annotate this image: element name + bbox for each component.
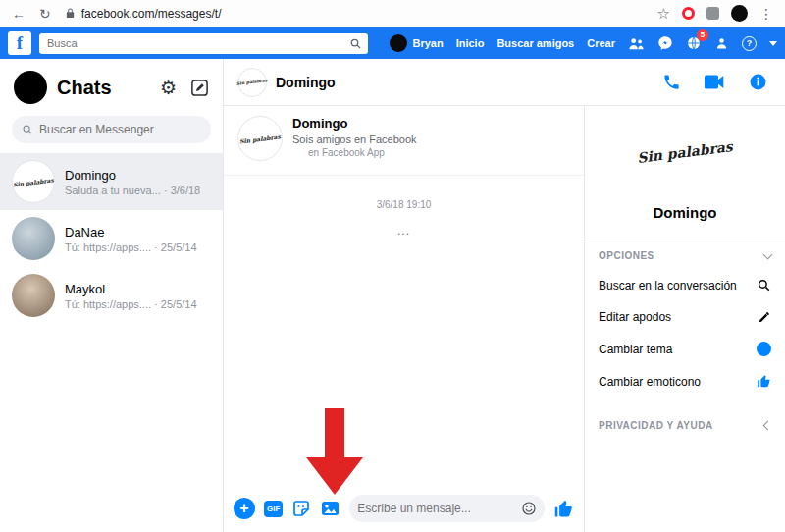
message-text: ... (224, 224, 584, 238)
profile-name: Bryan (412, 37, 443, 49)
messages-area: Sin palabras Domingo Sois amigos en Face… (224, 106, 584, 532)
extension-red-icon[interactable] (682, 7, 695, 20)
browser-toolbar-right: ☆ ⋮ (657, 5, 773, 22)
annotation-arrow (306, 408, 363, 495)
message-timestamp: 3/6/18 19:10 (224, 199, 584, 210)
option-change-emoji[interactable]: Cambiar emoticono (585, 365, 785, 398)
profile-link[interactable]: Bryan (390, 34, 443, 52)
bookmark-star-icon[interactable]: ☆ (657, 6, 670, 21)
chat-preview: Saluda a tu nueva... · 3/6/18 (65, 185, 200, 196)
sticker-icon[interactable] (291, 499, 311, 518)
chats-actions: ⚙ (160, 79, 209, 97)
chat-preview: Tú: https://apps.... · 25/5/14 (65, 241, 197, 253)
search-icon[interactable] (349, 37, 362, 50)
chat-texts: Maykol Tú: https://apps.... · 25/5/14 (65, 282, 197, 310)
chat-texts: DaNae Tú: https://apps.... · 25/5/14 (65, 225, 197, 253)
notifications-icon[interactable]: 5 (686, 35, 702, 51)
intro-app-line: en Facebook App (292, 147, 417, 158)
message-input[interactable] (357, 502, 521, 515)
chat-name: Maykol (65, 282, 197, 296)
intro-friends-line: Sois amigos en Facebook (292, 133, 417, 145)
nav-create-link[interactable]: Crear (587, 37, 615, 49)
profile-avatar (390, 34, 407, 52)
back-icon[interactable]: ← (12, 7, 26, 21)
facebook-search-input[interactable] (39, 37, 349, 49)
info-icon[interactable] (749, 73, 767, 91)
help-icon[interactable]: ? (742, 36, 757, 51)
option-edit-nicknames[interactable]: Editar apodos (585, 301, 785, 333)
details-sidebar: Sin palabras Domingo OPCIONES Buscar en … (584, 106, 785, 532)
facebook-navbar: f Bryan Inicio Buscar amigos Crear 5 (0, 27, 785, 59)
theme-color-icon (757, 342, 771, 356)
conversation-intro: Sin palabras Domingo Sois amigos en Face… (224, 106, 584, 176)
pencil-icon (758, 310, 771, 324)
facebook-search (39, 33, 368, 54)
options-section-toggle[interactable]: OPCIONES (585, 239, 785, 269)
chat-avatar: Sin palabras (12, 160, 55, 203)
browser-chrome: ← ↻ facebook.com/messages/t/ ☆ ⋮ (0, 0, 785, 27)
account-menu-caret-icon[interactable] (769, 41, 777, 46)
conversation-panel: Sin palabras Domingo Sin palabras Doming… (224, 59, 785, 532)
screen: ← ↻ facebook.com/messages/t/ ☆ ⋮ f Bryan… (0, 0, 785, 532)
conversation-header: Sin palabras Domingo (224, 59, 785, 106)
conversation-body: Sin palabras Domingo Sois amigos en Face… (224, 106, 785, 532)
friend-requests-icon[interactable] (628, 36, 645, 51)
refresh-icon[interactable]: ↻ (39, 7, 51, 21)
like-icon[interactable] (553, 499, 574, 519)
new-message-icon[interactable] (190, 79, 209, 97)
add-attachment-icon[interactable]: + (234, 498, 255, 519)
nav-find-friends-link[interactable]: Buscar amigos (497, 37, 574, 49)
user-avatar[interactable] (14, 71, 47, 104)
browser-profile-avatar[interactable] (731, 5, 748, 22)
settings-gear-icon[interactable]: ⚙ (160, 79, 177, 97)
privacy-section-toggle[interactable]: PRIVACIDAD Y AYUDA (585, 409, 785, 439)
chat-list-item-maykol[interactable]: Maykol Tú: https://apps.... · 25/5/14 (0, 267, 223, 324)
chats-header: Chats ⚙ (0, 59, 223, 112)
chat-avatar (12, 217, 55, 260)
message-composer: + GIF (224, 487, 584, 532)
option-label: Cambiar emoticono (599, 375, 701, 389)
address-bar[interactable]: facebook.com/messages/t/ (65, 7, 644, 21)
shortcuts-icon[interactable] (714, 36, 729, 51)
option-change-theme[interactable]: Cambiar tema (585, 333, 785, 365)
image-upload-icon[interactable] (320, 499, 340, 518)
chat-list-item-danae[interactable]: DaNae Tú: https://apps.... · 25/5/14 (0, 210, 223, 267)
message-input-wrap (349, 495, 545, 522)
facebook-logo[interactable]: f (8, 31, 31, 55)
conversation-avatar: Sin palabras (237, 68, 267, 97)
video-call-icon[interactable] (705, 75, 725, 89)
chat-list-item-domingo[interactable]: Sin palabras Domingo Saluda a tu nueva..… (0, 153, 223, 210)
chats-sidebar: Chats ⚙ Sin palabras Domingo Saluda a tu… (0, 59, 224, 532)
extension-gray-icon[interactable] (706, 7, 719, 20)
notification-badge: 5 (697, 29, 708, 41)
intro-texts: Domingo Sois amigos en Facebook en Faceb… (292, 116, 417, 161)
options-header: OPCIONES (599, 250, 654, 261)
messenger-search-input[interactable] (39, 123, 201, 136)
messenger-content: Chats ⚙ Sin palabras Domingo Saluda a tu… (0, 59, 785, 532)
gif-icon[interactable]: GIF (264, 501, 283, 517)
details-name: Domingo (585, 204, 785, 221)
chat-name: DaNae (65, 225, 197, 239)
browser-menu-icon[interactable]: ⋮ (759, 7, 773, 21)
navbar-right: Bryan Inicio Buscar amigos Crear 5 ? (390, 34, 777, 52)
search-icon (22, 124, 33, 135)
url-text: facebook.com/messages/t/ (81, 7, 222, 21)
chat-name: Domingo (65, 168, 200, 183)
chat-texts: Domingo Saluda a tu nueva... · 3/6/18 (65, 168, 200, 196)
option-label: Cambiar tema (599, 343, 672, 356)
chevron-left-icon (763, 421, 773, 431)
messenger-search (12, 116, 211, 143)
thumbs-up-icon (757, 374, 771, 389)
option-search-conversation[interactable]: Buscar en la conversación (585, 269, 785, 301)
chat-preview: Tú: https://apps.... · 25/5/14 (65, 298, 197, 310)
intro-avatar: Sin palabras (237, 116, 283, 161)
conversation-title: Domingo (276, 75, 336, 90)
option-label: Buscar en la conversación (599, 279, 737, 293)
nav-home-link[interactable]: Inicio (456, 37, 485, 49)
details-avatar: Sin palabras (585, 143, 785, 173)
chat-avatar (12, 274, 55, 317)
emoji-icon[interactable] (521, 501, 537, 516)
messenger-icon[interactable] (657, 35, 673, 51)
call-icon[interactable] (662, 73, 681, 91)
privacy-header: PRIVACIDAD Y AYUDA (599, 420, 713, 431)
